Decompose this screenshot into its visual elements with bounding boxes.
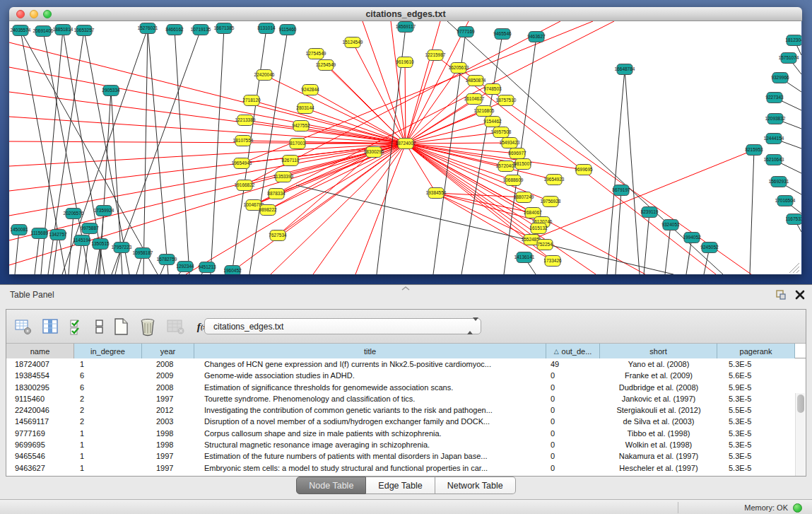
float-panel-icon[interactable] (775, 289, 787, 303)
column-header-year[interactable]: year (142, 344, 194, 358)
graph-edge[interactable] (391, 21, 406, 144)
column-check-icon[interactable] (67, 317, 87, 337)
table-cell[interactable]: Structural magnetic resonance image aver… (194, 439, 546, 450)
table-row[interactable]: 946362711997Embryonic stem cells: a mode… (6, 462, 806, 474)
graph-edge[interactable] (9, 144, 406, 265)
table-cell[interactable]: 6 (74, 382, 142, 393)
table-row[interactable]: 1872400712008Changes of HCN gene express… (6, 358, 806, 370)
table-cell[interactable]: 2012 (142, 404, 194, 416)
table-cell[interactable]: Jankovic et al. (1997) (600, 393, 717, 404)
table-cell[interactable]: 1 (74, 428, 142, 439)
graph-edge[interactable] (148, 28, 168, 274)
table-cell[interactable]: Embryonic stem cells: a model to study s… (194, 462, 546, 474)
tab-network-table[interactable]: Network Table (435, 477, 516, 494)
table-cell[interactable]: 9115460 (6, 393, 74, 404)
graph-edge[interactable] (665, 225, 671, 274)
table-cell[interactable]: 1 (74, 439, 142, 450)
table-cell[interactable]: Genome-wide association studies in ADHD. (194, 370, 546, 381)
graph-edge[interactable] (435, 55, 716, 274)
table-cell[interactable]: 5.9E-5 (717, 382, 795, 393)
network-canvas[interactable]: 1872400722420046271812012213389181075541… (9, 21, 801, 274)
table-cell[interactable]: Wolkin et al. (1998) (600, 439, 717, 450)
table-cell[interactable]: 5.5E-5 (717, 404, 795, 416)
table-cell[interactable]: Estimation of significance thresholds fo… (194, 382, 546, 393)
new-document-icon[interactable] (111, 317, 131, 337)
table-cell[interactable]: 5.6E-5 (717, 370, 795, 381)
table-cell[interactable]: Tourette syndrome. Phenomenology and cla… (194, 393, 546, 404)
table-cell[interactable]: 0 (546, 393, 600, 404)
table-cell[interactable]: 5.3E-5 (717, 416, 795, 427)
column-header-title[interactable]: title (194, 344, 546, 358)
table-cell[interactable]: Franke et al. (2009) (600, 370, 717, 381)
graph-edge[interactable] (405, 62, 406, 144)
memory-status-indicator[interactable] (793, 503, 802, 513)
table-row[interactable]: 1830029562008Estimation of significance … (6, 382, 806, 393)
table-cell[interactable]: 0 (546, 416, 600, 427)
delete-trash-icon[interactable] (138, 317, 158, 337)
table-cell[interactable]: Stergiakouli et al. (2012) (600, 404, 717, 416)
column-header-short[interactable]: short (600, 344, 717, 358)
column-header-name[interactable]: name (6, 344, 74, 358)
table-cell[interactable]: 1 (74, 462, 142, 474)
window-titlebar[interactable]: citations_edges.txt (9, 7, 802, 21)
table-settings-icon[interactable] (13, 317, 33, 337)
table-cell[interactable]: 22420046 (6, 404, 74, 416)
graph-edge[interactable] (9, 42, 406, 144)
table-cell[interactable]: 5.3E-5 (717, 439, 795, 450)
graph-edge[interactable] (447, 21, 723, 274)
table-cell[interactable]: 2009 (142, 370, 194, 381)
tab-edge-table[interactable]: Edge Table (366, 477, 435, 494)
graph-edge[interactable] (53, 235, 58, 274)
graph-edge[interactable] (644, 212, 649, 274)
show-columns-icon[interactable] (40, 317, 60, 337)
column-header-pagerank[interactable]: pagerank (717, 344, 795, 358)
table-cell[interactable]: Tibbo et al. (1998) (600, 428, 717, 439)
graph-edge[interactable] (305, 108, 406, 144)
table-cell[interactable]: 1997 (142, 450, 194, 462)
table-cell[interactable]: 5.3E-5 (717, 450, 795, 462)
table-cell[interactable]: Investigating the contribution of common… (194, 404, 546, 416)
table-cell[interactable]: Estimation of the future numbers of pati… (194, 450, 546, 462)
table-cell[interactable]: 9777169 (6, 428, 74, 439)
graph-edge[interactable] (9, 144, 406, 216)
table-cell[interactable]: Nakamura et al. (1997) (600, 450, 717, 462)
panel-splitter-handle[interactable] (401, 281, 410, 285)
graph-edge[interactable] (406, 144, 584, 170)
table-cell[interactable]: 49 (546, 358, 600, 370)
table-cell[interactable]: 0 (546, 450, 600, 462)
table-cell[interactable]: 1997 (142, 462, 194, 474)
table-cell[interactable]: Corpus callosum shape and size in male p… (194, 428, 546, 439)
table-cell[interactable]: 5.3E-5 (717, 428, 795, 439)
table-cell[interactable]: 6 (74, 370, 142, 381)
table-vertical-scrollbar[interactable] (795, 393, 805, 476)
table-cell[interactable]: 2 (74, 416, 142, 427)
table-cell[interactable]: 9699695 (6, 439, 74, 450)
table-row[interactable]: 969969511998Structural magnetic resonanc… (6, 439, 806, 450)
graph-edge[interactable] (406, 144, 436, 193)
table-cell[interactable]: 18300295 (6, 382, 74, 393)
table-row[interactable]: 911546021997Tourette syndrome. Phenomeno… (6, 393, 806, 404)
table-cell[interactable]: 5.3E-5 (717, 393, 795, 404)
table-cell[interactable]: de Silva et al. (2003) (600, 416, 717, 427)
graph-edge[interactable] (531, 150, 754, 240)
rows-icon[interactable] (90, 317, 110, 337)
table-cell[interactable]: 14569117 (6, 416, 74, 427)
graph-edge[interactable] (355, 144, 406, 274)
column-header-in-degree[interactable]: in_degree (74, 344, 142, 358)
table-cell[interactable]: 2003 (142, 416, 194, 427)
graph-edge[interactable] (313, 144, 406, 274)
column-header-out-degree[interactable]: △ out_de... (546, 344, 600, 358)
table-row[interactable]: 977716911998Corpus callosum shape and si… (6, 428, 806, 439)
close-panel-icon[interactable] (795, 290, 805, 303)
table-cell[interactable]: Changes of HCN gene expression and I(f) … (194, 358, 546, 370)
table-cell[interactable]: 1 (74, 358, 142, 370)
graph-edge[interactable] (35, 233, 40, 274)
table-cell[interactable]: 0 (546, 382, 600, 393)
network-graph[interactable]: 1872400722420046271812012213389181075541… (9, 21, 801, 274)
table-cell[interactable]: Dudbridge et al. (2008) (600, 382, 717, 393)
graph-edge[interactable] (625, 69, 640, 274)
table-cell[interactable]: 5.3E-5 (717, 462, 795, 474)
graph-edge[interactable] (750, 150, 754, 274)
graph-edge[interactable] (406, 143, 510, 144)
table-cell[interactable]: 0 (546, 462, 600, 474)
